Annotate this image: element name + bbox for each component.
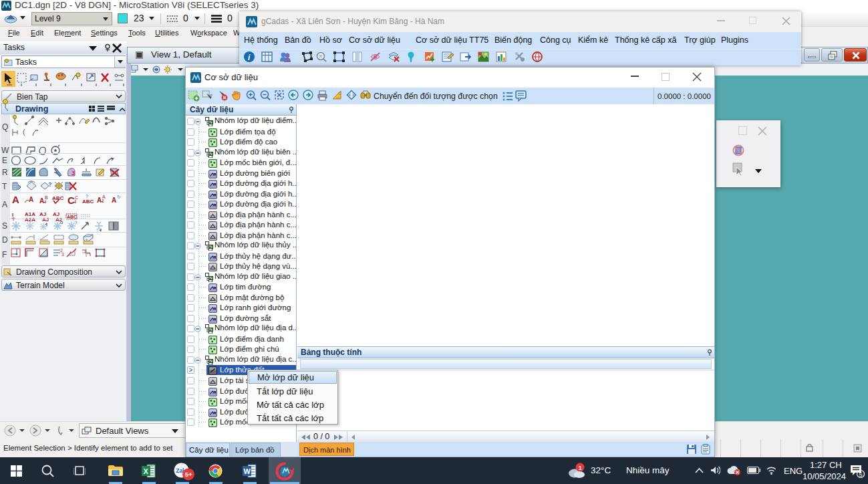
svg-text:3: 3 — [71, 170, 75, 176]
svg-text:AJ: AJ — [42, 217, 49, 223]
svg-text:ABC: ABC — [67, 215, 77, 219]
svg-text:↻: ↻ — [117, 195, 121, 199]
svg-text:?: ? — [48, 181, 52, 188]
svg-text:A: A — [29, 196, 33, 203]
svg-text:A: A — [39, 197, 44, 205]
svg-text:A: A — [112, 197, 116, 204]
svg-text:X: X — [144, 467, 149, 475]
svg-text:?: ? — [74, 220, 78, 226]
svg-text:A: A — [12, 194, 19, 205]
svg-text:5+: 5+ — [185, 471, 192, 478]
svg-text:3: 3 — [61, 252, 64, 257]
svg-text:o: o — [60, 219, 63, 225]
svg-text:W: W — [244, 467, 251, 475]
svg-text:?: ? — [86, 194, 88, 199]
svg-text:C: C — [75, 195, 78, 200]
svg-text:A: A — [102, 195, 106, 199]
svg-text:A: A — [97, 197, 102, 204]
svg-text:C: C — [67, 195, 75, 206]
svg-text:B: B — [45, 195, 48, 200]
svg-text:1: 1 — [579, 465, 582, 471]
svg-text:5: 5 — [859, 471, 863, 478]
svg-text:A2A: A2A — [25, 217, 35, 223]
svg-text:I: I — [12, 212, 13, 218]
svg-text:ABC: ABC — [82, 199, 94, 205]
